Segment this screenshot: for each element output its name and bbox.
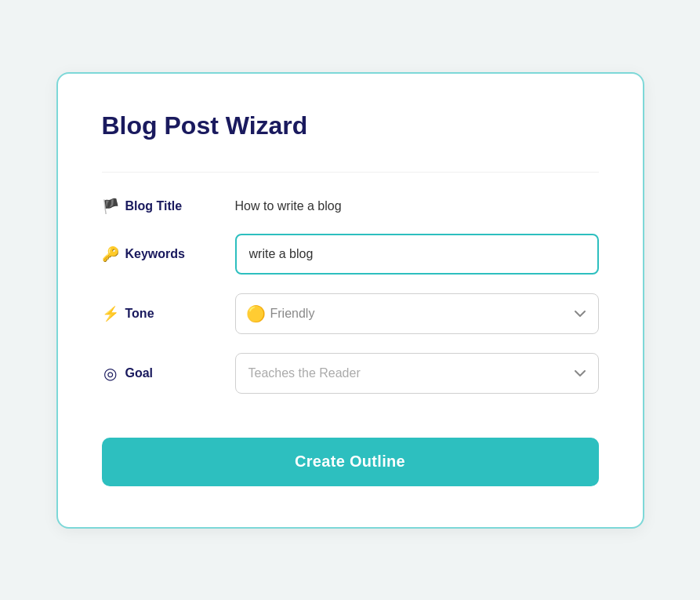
blog-title-icon: 🏴 — [102, 198, 119, 215]
tone-select[interactable]: Friendly Professional Casual Formal — [235, 293, 599, 334]
blog-title-value: How to write a blog — [235, 199, 342, 213]
goal-select[interactable]: Teaches the Reader Teaches the Reader En… — [235, 353, 599, 394]
tone-icon: ⚡ — [102, 305, 119, 322]
goal-icon: ◎ — [102, 364, 119, 383]
tone-label: Tone — [125, 307, 154, 321]
blog-title-label: Blog Title — [125, 199, 183, 213]
tone-wrapper: 🟡 Friendly Professional Casual Formal — [235, 293, 599, 334]
keywords-label-section: 🔑 Keywords — [102, 245, 235, 263]
keywords-label: Keywords — [125, 247, 185, 261]
goal-label: Goal — [125, 366, 154, 380]
blog-title-row: 🏴 Blog Title How to write a blog — [102, 198, 599, 215]
page-title: Blog Post Wizard — [102, 111, 599, 140]
goal-row: ◎ Goal Teaches the Reader Teaches the Re… — [102, 353, 599, 394]
wizard-card: Blog Post Wizard 🏴 Blog Title How to wri… — [56, 72, 644, 529]
goal-label-section: ◎ Goal — [102, 364, 235, 383]
keywords-icon: 🔑 — [102, 245, 119, 263]
tone-label-section: ⚡ Tone — [102, 305, 235, 322]
divider — [102, 172, 599, 173]
tone-row: ⚡ Tone 🟡 Friendly Professional Casual Fo… — [102, 293, 599, 334]
blog-title-label-section: 🏴 Blog Title — [102, 198, 235, 215]
keywords-row: 🔑 Keywords — [102, 234, 599, 275]
goal-wrapper: Teaches the Reader Teaches the Reader En… — [235, 353, 599, 394]
keywords-input[interactable] — [235, 234, 599, 275]
create-outline-button[interactable]: Create Outline — [102, 438, 599, 486]
